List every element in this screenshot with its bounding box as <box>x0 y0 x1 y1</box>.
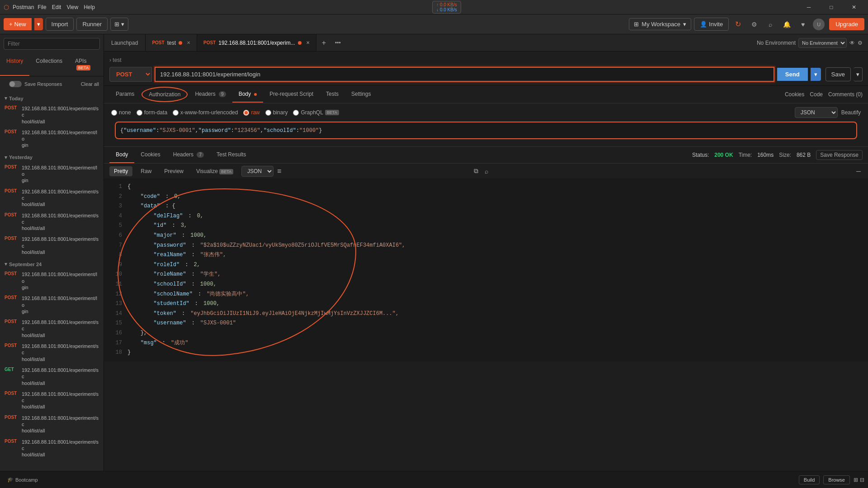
heart-icon[interactable]: ♥ <box>797 18 809 31</box>
tab-test[interactable]: POST test ✕ <box>146 34 197 51</box>
tab-params[interactable]: Params <box>109 86 141 103</box>
code-link[interactable]: Code <box>810 91 823 98</box>
resp-headers-badge: 7 <box>197 152 204 158</box>
menu-edit[interactable]: Edit <box>52 4 61 10</box>
resp-indent-icon[interactable]: ≡ <box>277 167 281 175</box>
search-response-button[interactable]: ⌕ <box>483 165 490 177</box>
resp-tab-headers[interactable]: Headers 7 <box>167 147 210 163</box>
browse-button[interactable]: Browse <box>823 475 850 484</box>
list-item[interactable]: POST 192.168.88.101:8001/experiment/logi… <box>0 293 104 317</box>
bell-icon[interactable]: 🔔 <box>780 18 793 31</box>
radio-binary[interactable]: binary <box>265 109 288 116</box>
send-dropdown-button[interactable]: ▾ <box>811 68 821 81</box>
tab-launchpad[interactable]: Launchpad <box>104 34 146 51</box>
tab-experiment[interactable]: POST 192.168.88.101:8001/experim... ✕ <box>197 34 316 51</box>
minimize-response-button[interactable]: ─ <box>854 165 863 177</box>
radio-none[interactable]: none <box>111 109 131 116</box>
new-button[interactable]: + New <box>4 18 32 30</box>
save-response-button[interactable]: Save Response <box>816 150 863 160</box>
layout-icon-2[interactable]: ⊟ <box>860 477 864 483</box>
save-button[interactable]: Save <box>826 67 851 81</box>
comments-link[interactable]: Comments (0) <box>828 91 863 98</box>
format-visualize-button[interactable]: Visualize BETA <box>192 166 238 176</box>
list-item[interactable]: POST 192.168.88.101:8001/experiment/scho… <box>0 389 104 413</box>
save-responses-toggle-switch[interactable] <box>9 81 22 87</box>
tab-headers[interactable]: Headers 9 <box>189 86 232 103</box>
tab-more-button[interactable]: ••• <box>331 40 344 46</box>
radio-graphql[interactable]: GraphQL BETA <box>293 109 339 116</box>
save-dropdown-button[interactable]: ▾ <box>854 67 863 81</box>
body-code-area[interactable]: {"username":"SJXS-0001","password":"1234… <box>115 122 857 139</box>
bottom-bar: 🎓 Bootcamp Build Browse ⊞ ⊟ <box>0 471 868 488</box>
radio-formdata[interactable]: form-data <box>137 109 167 116</box>
list-item[interactable]: POST 192.168.88.101:8001/experiment/scho… <box>0 413 104 436</box>
copy-response-button[interactable]: ⧉ <box>472 165 480 177</box>
tab-add-button[interactable]: + <box>316 39 331 47</box>
list-item[interactable]: POST 192.168.88.101:8001/experiment/logi… <box>0 269 104 293</box>
workspace-selector[interactable]: ⊞ My Workspace ▾ <box>629 18 691 30</box>
tab-tests[interactable]: Tests <box>320 86 345 103</box>
sidebar-tab-collections[interactable]: Collections <box>29 53 69 76</box>
list-item[interactable]: GET 192.168.88.101:8001/experiment/schoo… <box>0 365 104 389</box>
list-item[interactable]: POST 192.168.88.101:8001/experiment/scho… <box>0 341 104 365</box>
list-item[interactable]: POST 192.168.88.101:8001/experiment/scho… <box>0 317 104 341</box>
tab-authorization[interactable]: Authorization <box>142 87 188 102</box>
bootcamp-button[interactable]: 🎓 Bootcamp <box>4 475 42 484</box>
format-preview-button[interactable]: Preview <box>160 166 188 176</box>
format-raw-button[interactable]: Raw <box>136 166 156 176</box>
cookies-link[interactable]: Cookies <box>785 91 804 98</box>
maximize-button[interactable]: □ <box>821 0 842 14</box>
list-item[interactable]: POST 192.168.88.101:8001/experiment/scho… <box>0 234 104 258</box>
sidebar-tab-history[interactable]: History <box>0 53 29 76</box>
menu-view[interactable]: View <box>66 4 78 10</box>
tab-body[interactable]: Body <box>232 86 264 103</box>
build-button[interactable]: Build <box>799 475 820 484</box>
minimize-button[interactable]: ─ <box>798 0 819 14</box>
tab-close-button[interactable]: ✕ <box>306 40 310 45</box>
env-eye-icon[interactable]: 👁 <box>849 40 855 46</box>
avatar[interactable]: U <box>813 19 825 30</box>
tab-settings[interactable]: Settings <box>345 86 377 103</box>
layout-button[interactable]: ⊞ ▾ <box>110 18 128 31</box>
layout-icon-1[interactable]: ⊞ <box>854 477 858 483</box>
sync-icon[interactable]: ↻ <box>731 18 744 31</box>
url-input[interactable] <box>155 67 774 82</box>
json-format-selector[interactable]: JSON Text JavaScript HTML <box>795 107 838 118</box>
network-badge: ↑ 0.0 KB/s ↓ 0.0 KB/s <box>432 1 461 14</box>
new-dropdown-button[interactable]: ▾ <box>34 18 43 30</box>
taskbar-right: Build Browse ⊞ ⊟ <box>799 475 864 484</box>
send-button[interactable]: Send <box>777 68 808 81</box>
resp-tab-cookies[interactable]: Cookies <box>134 147 166 163</box>
search-icon[interactable]: ⌕ <box>764 18 777 31</box>
format-pretty-button[interactable]: Pretty <box>109 166 132 176</box>
import-button[interactable]: Import <box>46 18 74 31</box>
menu-help[interactable]: Help <box>84 4 95 10</box>
tab-close-button[interactable]: ✕ <box>187 40 190 45</box>
list-item[interactable]: POST 192.168.88.101:8001/experiment/scho… <box>0 436 104 460</box>
radio-raw[interactable]: raw <box>243 109 259 116</box>
runner-button[interactable]: Runner <box>76 18 108 31</box>
invite-button[interactable]: 👤 Invite <box>694 18 729 31</box>
radio-urlencoded[interactable]: x-www-form-urlencoded <box>173 109 238 116</box>
menu-file[interactable]: File <box>38 4 46 10</box>
beautify-button[interactable]: Beautify <box>841 109 861 116</box>
resp-json-selector[interactable]: JSON <box>241 166 274 177</box>
list-item[interactable]: POST 192.168.88.101:8001/experiment/scho… <box>0 103 104 127</box>
environment-selector[interactable]: No Environment <box>798 38 847 48</box>
close-button[interactable]: ✕ <box>844 0 864 14</box>
sidebar-tab-apis[interactable]: APIs BETA <box>69 53 104 76</box>
list-item[interactable]: POST 192.168.88.101:8001/experiment/scho… <box>0 186 104 210</box>
settings-icon[interactable]: ⚙ <box>748 18 760 31</box>
resp-tab-test-results[interactable]: Test Results <box>210 147 252 163</box>
list-item[interactable]: POST 192.168.88.101:8001/experiment/scho… <box>0 210 104 234</box>
method-selector[interactable]: POST GET PUT DELETE <box>109 67 152 82</box>
list-item[interactable]: POST 192.168.88.101:8001/experiment/logi… <box>0 162 104 186</box>
list-item[interactable]: POST 192.168.88.101:8001/experiment/logi… <box>0 127 104 151</box>
filter-input[interactable] <box>4 38 100 50</box>
env-settings-icon[interactable]: ⚙ <box>858 40 863 46</box>
upgrade-button[interactable]: Upgrade <box>829 18 864 30</box>
tab-pre-request[interactable]: Pre-request Script <box>263 86 320 103</box>
resp-tab-body[interactable]: Body <box>109 147 134 163</box>
clear-all-button[interactable]: Clear all <box>81 81 99 87</box>
tab-label: 192.168.88.101:8001/experim... <box>218 40 295 46</box>
